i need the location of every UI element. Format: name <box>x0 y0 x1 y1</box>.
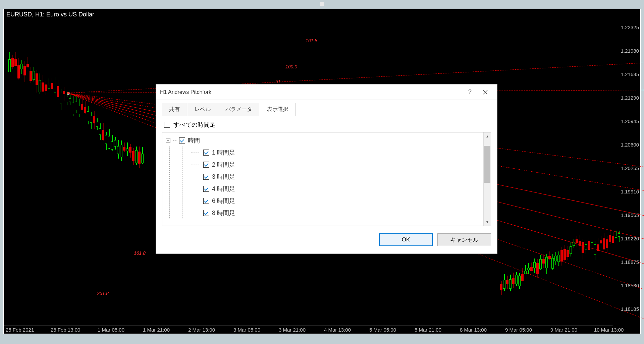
candlestick <box>108 9 110 334</box>
candlestick <box>66 9 68 334</box>
candlestick <box>609 9 611 334</box>
time-tick-label: 9 Mar 05:00 <box>505 327 532 333</box>
time-tick-label: 8 Mar 13:00 <box>460 327 487 333</box>
tab-levels[interactable]: レベル <box>187 103 218 116</box>
help-button[interactable]: ? <box>462 85 478 99</box>
candlestick <box>536 9 539 334</box>
ok-button[interactable]: OK <box>379 233 433 246</box>
tree-item-h6[interactable]: 6 時間足 <box>166 195 487 207</box>
candlestick <box>138 9 141 334</box>
candlestick <box>606 9 608 334</box>
candlestick <box>560 9 563 334</box>
tree-checkbox[interactable] <box>203 174 209 180</box>
tree-item-label: 6 時間足 <box>212 197 235 205</box>
candlestick <box>111 9 113 334</box>
price-tick-label: 1.18530 <box>621 283 639 288</box>
tree-item-h8[interactable]: 8 時間足 <box>166 207 487 219</box>
candlestick <box>600 9 602 334</box>
close-icon <box>483 90 488 95</box>
candlestick <box>96 9 98 334</box>
candlestick <box>597 9 599 334</box>
tree-item-label: 1 時間足 <box>212 149 235 157</box>
candlestick <box>576 9 578 334</box>
candlestick <box>521 9 524 334</box>
tree-checkbox[interactable] <box>203 150 209 156</box>
scroll-down-icon[interactable]: ▾ <box>484 218 491 226</box>
tree-item-label: 8 時間足 <box>212 209 235 217</box>
candlestick <box>506 9 508 334</box>
candlestick <box>509 9 512 334</box>
tree-checkbox[interactable] <box>203 198 209 204</box>
price-tick-label: 1.21290 <box>621 95 639 101</box>
candlestick <box>518 9 521 334</box>
dialog-footer: OK キャンセル <box>156 226 497 253</box>
candlestick <box>545 9 548 334</box>
dialog-body: 共有 レベル パラメータ 表示選択 すべての時間足 − 時 <box>156 100 497 226</box>
time-tick-label: 4 Mar 13:00 <box>324 327 351 333</box>
candlestick <box>135 9 138 334</box>
time-tick-label: 5 Mar 05:00 <box>369 327 396 333</box>
close-button[interactable] <box>478 85 493 99</box>
candlestick <box>554 9 557 334</box>
candlestick <box>588 9 590 334</box>
price-tick-label: 1.21980 <box>621 48 639 54</box>
time-tick-label: 9 Mar 21:00 <box>550 327 577 333</box>
candlestick <box>114 9 116 334</box>
tree-scrollbar[interactable]: ▴ ▾ <box>483 132 491 226</box>
timeframe-tree: − 時間 1 時間足 2 時間足 <box>162 132 491 226</box>
candlestick <box>503 9 505 334</box>
candlestick <box>557 9 560 334</box>
candlestick <box>570 9 572 334</box>
tree-collapse-icon[interactable]: − <box>166 138 170 143</box>
tab-parameters[interactable]: パラメータ <box>218 103 259 116</box>
candlestick <box>75 9 77 334</box>
tree-item-label: 4 時間足 <box>212 185 235 193</box>
tree-root-checkbox[interactable] <box>179 137 185 144</box>
tree-item-label: 3 時間足 <box>212 173 235 181</box>
fib-label: 161.8 <box>306 38 317 43</box>
candlestick <box>533 9 536 334</box>
tab-visibility[interactable]: 表示選択 <box>260 103 296 116</box>
tree-checkbox[interactable] <box>203 162 209 168</box>
scroll-thumb[interactable] <box>484 146 490 183</box>
all-timeframes-checkbox[interactable] <box>164 122 170 128</box>
candlestick <box>141 9 144 334</box>
candlestick <box>524 9 527 334</box>
price-tick-label: 1.20945 <box>621 118 639 124</box>
tree-root-row[interactable]: − 時間 <box>166 134 487 147</box>
tree-item-h1[interactable]: 1 時間足 <box>166 147 487 159</box>
candlestick <box>30 9 32 334</box>
candlestick <box>17 9 20 334</box>
candlestick <box>48 9 50 334</box>
browser-frame: EURUSD, H1: Euro vs US Dollar 161.8 100.… <box>0 0 644 344</box>
price-tick-label: 1.20255 <box>621 165 639 171</box>
fib-label: 100.0 <box>285 64 297 69</box>
dialog-tabs: 共有 レベル パラメータ 表示選択 <box>162 103 491 116</box>
candlestick <box>81 9 83 334</box>
candlestick <box>57 9 59 334</box>
candlestick <box>582 9 584 334</box>
dialog-titlebar[interactable]: H1 Andrews Pitchfork ? <box>156 84 497 100</box>
tree-item-h3[interactable]: 3 時間足 <box>166 171 487 183</box>
browser-top-bar <box>0 0 644 8</box>
cancel-button[interactable]: キャンセル <box>437 233 491 246</box>
time-tick-label: 1 Mar 21:00 <box>143 327 170 333</box>
tab-share[interactable]: 共有 <box>162 103 187 116</box>
candlestick <box>500 9 502 334</box>
time-tick-label: 10 Mar 13:00 <box>594 327 624 333</box>
candlestick <box>512 9 515 334</box>
time-tick-label: 25 Feb 2021 <box>6 327 34 333</box>
candlestick <box>54 9 56 334</box>
tree-item-h2[interactable]: 2 時間足 <box>166 159 487 171</box>
candlestick <box>20 9 23 334</box>
tree-checkbox[interactable] <box>203 210 209 216</box>
tree-root-label: 時間 <box>188 136 200 145</box>
candlestick <box>14 9 17 334</box>
candlestick <box>23 9 26 334</box>
scroll-up-icon[interactable]: ▴ <box>484 132 491 140</box>
candlestick <box>120 9 122 334</box>
tree-checkbox[interactable] <box>203 186 209 192</box>
tree-item-h4[interactable]: 4 時間足 <box>166 183 487 195</box>
time-tick-label: 2 Mar 13:00 <box>188 327 215 333</box>
candlestick <box>539 9 542 334</box>
